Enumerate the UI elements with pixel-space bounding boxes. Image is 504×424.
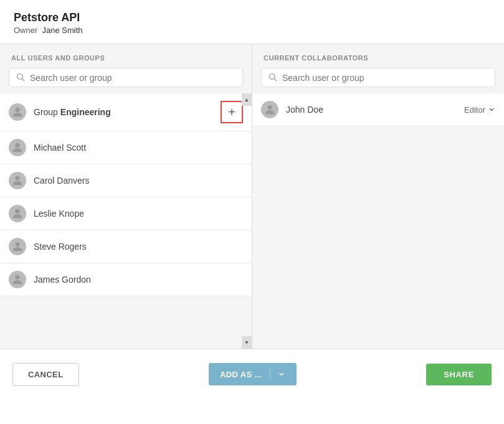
add-as-button[interactable]: ADD AS ...: [209, 363, 297, 385]
list-item[interactable]: Steve Rogers: [0, 230, 252, 263]
left-search-box[interactable]: [9, 68, 243, 87]
user-avatar: [9, 139, 26, 156]
item-name: Steve Rogers: [34, 242, 243, 252]
user-avatar: [9, 238, 26, 255]
right-search-input[interactable]: [282, 73, 488, 83]
owner-info: Owner Jane Smith: [14, 26, 490, 35]
user-avatar: [9, 172, 26, 189]
left-panel: ALL USERS AND GROUPS ▲: [0, 44, 252, 349]
item-name: Leslie Knope: [34, 209, 243, 219]
right-panel-heading: CURRENT COLLABORATORS: [252, 44, 504, 68]
share-button[interactable]: SHARE: [426, 364, 492, 385]
svg-point-3: [15, 143, 19, 148]
footer: CANCEL ADD AS ... SHARE: [0, 349, 504, 399]
svg-line-9: [274, 78, 276, 80]
role-dropdown[interactable]: Editor: [464, 105, 495, 115]
add-as-label: ADD AS ...: [220, 370, 262, 379]
svg-point-6: [15, 242, 19, 247]
list-item[interactable]: Group Engineering +: [0, 93, 252, 131]
right-search-box[interactable]: [261, 68, 495, 87]
svg-point-2: [15, 108, 19, 112]
list-item[interactable]: James Gordon: [0, 263, 252, 296]
item-name: James Gordon: [34, 275, 243, 285]
user-avatar: [9, 205, 26, 222]
api-title: Petstore API: [14, 11, 490, 24]
collaborator-item: John Doe Editor: [252, 93, 504, 126]
list-item[interactable]: Carol Danvers: [0, 164, 252, 197]
users-list: ▲ Group Engineering +: [0, 93, 252, 349]
group-icon: [9, 103, 26, 121]
collaborators-list: John Doe Editor: [252, 93, 504, 349]
button-divider: [270, 369, 270, 379]
user-avatar: [9, 271, 26, 288]
role-label: Editor: [464, 105, 485, 115]
left-search-input[interactable]: [30, 73, 236, 83]
chevron-down-icon: [488, 106, 495, 113]
left-search-icon: [16, 72, 25, 83]
main-content: ALL USERS AND GROUPS ▲: [0, 44, 504, 349]
add-group-button[interactable]: +: [221, 101, 243, 123]
right-panel: CURRENT COLLABORATORS John Doe Ed: [252, 44, 504, 349]
svg-line-1: [22, 78, 24, 80]
collaborator-name: John Doe: [286, 105, 464, 115]
list-item[interactable]: Leslie Knope: [0, 197, 252, 230]
scroll-down-arrow[interactable]: ▼: [242, 336, 252, 349]
owner-name: Jane Smith: [42, 26, 83, 35]
right-search-icon: [268, 72, 277, 83]
list-item[interactable]: Michael Scott: [0, 131, 252, 164]
item-name: Michael Scott: [34, 143, 243, 153]
svg-point-4: [15, 176, 19, 181]
item-name: Carol Danvers: [34, 176, 243, 186]
svg-point-5: [15, 209, 19, 214]
cancel-button[interactable]: CANCEL: [12, 363, 79, 386]
scroll-up-arrow[interactable]: ▲: [242, 93, 252, 106]
svg-point-10: [267, 105, 272, 110]
header: Petstore API Owner Jane Smith: [0, 0, 504, 44]
left-panel-heading: ALL USERS AND GROUPS: [0, 44, 252, 68]
owner-label: Owner: [14, 26, 37, 35]
svg-point-7: [15, 275, 19, 280]
item-name: Group Engineering: [34, 107, 216, 117]
collaborator-avatar: [261, 101, 278, 118]
chevron-down-icon: [278, 370, 285, 378]
